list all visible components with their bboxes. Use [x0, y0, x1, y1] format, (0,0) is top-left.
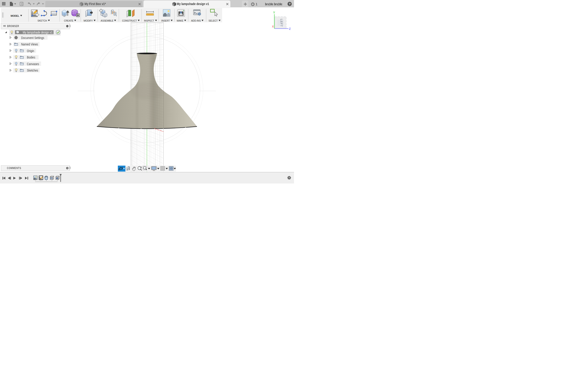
svg-text:Y: Y [273, 11, 275, 14]
svg-text:LEFT: LEFT [280, 19, 283, 27]
svg-text:X: X [272, 25, 274, 28]
svg-text:Z: Z [289, 27, 291, 31]
